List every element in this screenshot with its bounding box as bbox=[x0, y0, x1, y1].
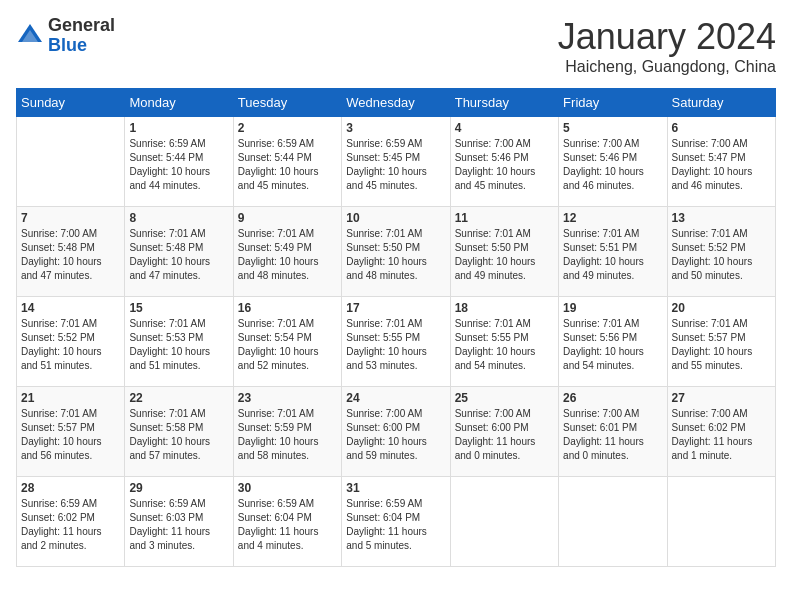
calendar-cell: 14Sunrise: 7:01 AM Sunset: 5:52 PM Dayli… bbox=[17, 297, 125, 387]
calendar-cell: 24Sunrise: 7:00 AM Sunset: 6:00 PM Dayli… bbox=[342, 387, 450, 477]
week-row-3: 21Sunrise: 7:01 AM Sunset: 5:57 PM Dayli… bbox=[17, 387, 776, 477]
calendar-body: 1Sunrise: 6:59 AM Sunset: 5:44 PM Daylig… bbox=[17, 117, 776, 567]
day-number: 22 bbox=[129, 391, 228, 405]
day-info: Sunrise: 7:00 AM Sunset: 6:00 PM Dayligh… bbox=[346, 407, 445, 463]
calendar-cell: 13Sunrise: 7:01 AM Sunset: 5:52 PM Dayli… bbox=[667, 207, 775, 297]
calendar-cell: 29Sunrise: 6:59 AM Sunset: 6:03 PM Dayli… bbox=[125, 477, 233, 567]
header-sunday: Sunday bbox=[17, 89, 125, 117]
day-info: Sunrise: 7:00 AM Sunset: 5:48 PM Dayligh… bbox=[21, 227, 120, 283]
day-number: 18 bbox=[455, 301, 554, 315]
day-info: Sunrise: 7:01 AM Sunset: 5:55 PM Dayligh… bbox=[455, 317, 554, 373]
calendar-cell: 10Sunrise: 7:01 AM Sunset: 5:50 PM Dayli… bbox=[342, 207, 450, 297]
logo-icon bbox=[16, 22, 44, 50]
week-row-4: 28Sunrise: 6:59 AM Sunset: 6:02 PM Dayli… bbox=[17, 477, 776, 567]
header-friday: Friday bbox=[559, 89, 667, 117]
calendar-cell: 30Sunrise: 6:59 AM Sunset: 6:04 PM Dayli… bbox=[233, 477, 341, 567]
day-info: Sunrise: 7:01 AM Sunset: 5:50 PM Dayligh… bbox=[346, 227, 445, 283]
day-info: Sunrise: 7:00 AM Sunset: 5:46 PM Dayligh… bbox=[563, 137, 662, 193]
day-number: 17 bbox=[346, 301, 445, 315]
day-info: Sunrise: 6:59 AM Sunset: 5:44 PM Dayligh… bbox=[238, 137, 337, 193]
week-row-1: 7Sunrise: 7:00 AM Sunset: 5:48 PM Daylig… bbox=[17, 207, 776, 297]
day-info: Sunrise: 7:01 AM Sunset: 5:51 PM Dayligh… bbox=[563, 227, 662, 283]
day-number: 24 bbox=[346, 391, 445, 405]
day-number: 26 bbox=[563, 391, 662, 405]
day-info: Sunrise: 7:00 AM Sunset: 6:01 PM Dayligh… bbox=[563, 407, 662, 463]
day-number: 14 bbox=[21, 301, 120, 315]
calendar-cell: 15Sunrise: 7:01 AM Sunset: 5:53 PM Dayli… bbox=[125, 297, 233, 387]
calendar-cell: 16Sunrise: 7:01 AM Sunset: 5:54 PM Dayli… bbox=[233, 297, 341, 387]
header-monday: Monday bbox=[125, 89, 233, 117]
day-number: 4 bbox=[455, 121, 554, 135]
calendar-header: SundayMondayTuesdayWednesdayThursdayFrid… bbox=[17, 89, 776, 117]
week-row-2: 14Sunrise: 7:01 AM Sunset: 5:52 PM Dayli… bbox=[17, 297, 776, 387]
day-info: Sunrise: 7:01 AM Sunset: 5:50 PM Dayligh… bbox=[455, 227, 554, 283]
calendar-cell: 6Sunrise: 7:00 AM Sunset: 5:47 PM Daylig… bbox=[667, 117, 775, 207]
calendar-cell bbox=[450, 477, 558, 567]
day-number: 5 bbox=[563, 121, 662, 135]
logo-text: General Blue bbox=[48, 16, 115, 56]
header-thursday: Thursday bbox=[450, 89, 558, 117]
day-info: Sunrise: 7:01 AM Sunset: 5:57 PM Dayligh… bbox=[21, 407, 120, 463]
day-number: 1 bbox=[129, 121, 228, 135]
day-number: 19 bbox=[563, 301, 662, 315]
day-number: 31 bbox=[346, 481, 445, 495]
logo-blue: Blue bbox=[48, 36, 115, 56]
week-row-0: 1Sunrise: 6:59 AM Sunset: 5:44 PM Daylig… bbox=[17, 117, 776, 207]
day-info: Sunrise: 7:00 AM Sunset: 5:47 PM Dayligh… bbox=[672, 137, 771, 193]
day-info: Sunrise: 7:00 AM Sunset: 6:02 PM Dayligh… bbox=[672, 407, 771, 463]
day-info: Sunrise: 7:01 AM Sunset: 5:48 PM Dayligh… bbox=[129, 227, 228, 283]
calendar-cell: 12Sunrise: 7:01 AM Sunset: 5:51 PM Dayli… bbox=[559, 207, 667, 297]
calendar-cell: 25Sunrise: 7:00 AM Sunset: 6:00 PM Dayli… bbox=[450, 387, 558, 477]
day-info: Sunrise: 7:00 AM Sunset: 6:00 PM Dayligh… bbox=[455, 407, 554, 463]
calendar-cell bbox=[559, 477, 667, 567]
calendar-cell: 2Sunrise: 6:59 AM Sunset: 5:44 PM Daylig… bbox=[233, 117, 341, 207]
logo: General Blue bbox=[16, 16, 115, 56]
calendar-cell: 31Sunrise: 6:59 AM Sunset: 6:04 PM Dayli… bbox=[342, 477, 450, 567]
header-saturday: Saturday bbox=[667, 89, 775, 117]
day-info: Sunrise: 6:59 AM Sunset: 6:04 PM Dayligh… bbox=[346, 497, 445, 553]
calendar-cell bbox=[17, 117, 125, 207]
day-info: Sunrise: 7:01 AM Sunset: 5:54 PM Dayligh… bbox=[238, 317, 337, 373]
location: Haicheng, Guangdong, China bbox=[558, 58, 776, 76]
day-info: Sunrise: 7:01 AM Sunset: 5:49 PM Dayligh… bbox=[238, 227, 337, 283]
day-number: 6 bbox=[672, 121, 771, 135]
day-info: Sunrise: 6:59 AM Sunset: 6:04 PM Dayligh… bbox=[238, 497, 337, 553]
day-number: 20 bbox=[672, 301, 771, 315]
day-info: Sunrise: 7:01 AM Sunset: 5:56 PM Dayligh… bbox=[563, 317, 662, 373]
calendar-cell: 18Sunrise: 7:01 AM Sunset: 5:55 PM Dayli… bbox=[450, 297, 558, 387]
day-number: 7 bbox=[21, 211, 120, 225]
calendar-cell: 8Sunrise: 7:01 AM Sunset: 5:48 PM Daylig… bbox=[125, 207, 233, 297]
day-info: Sunrise: 6:59 AM Sunset: 6:03 PM Dayligh… bbox=[129, 497, 228, 553]
header-row: SundayMondayTuesdayWednesdayThursdayFrid… bbox=[17, 89, 776, 117]
day-info: Sunrise: 7:01 AM Sunset: 5:59 PM Dayligh… bbox=[238, 407, 337, 463]
calendar-cell: 7Sunrise: 7:00 AM Sunset: 5:48 PM Daylig… bbox=[17, 207, 125, 297]
day-number: 30 bbox=[238, 481, 337, 495]
calendar-cell: 27Sunrise: 7:00 AM Sunset: 6:02 PM Dayli… bbox=[667, 387, 775, 477]
day-info: Sunrise: 6:59 AM Sunset: 5:45 PM Dayligh… bbox=[346, 137, 445, 193]
calendar-cell: 28Sunrise: 6:59 AM Sunset: 6:02 PM Dayli… bbox=[17, 477, 125, 567]
day-number: 3 bbox=[346, 121, 445, 135]
month-title: January 2024 bbox=[558, 16, 776, 58]
calendar-cell: 11Sunrise: 7:01 AM Sunset: 5:50 PM Dayli… bbox=[450, 207, 558, 297]
page-header: General Blue January 2024 Haicheng, Guan… bbox=[16, 16, 776, 76]
day-info: Sunrise: 6:59 AM Sunset: 6:02 PM Dayligh… bbox=[21, 497, 120, 553]
calendar-cell: 1Sunrise: 6:59 AM Sunset: 5:44 PM Daylig… bbox=[125, 117, 233, 207]
day-number: 12 bbox=[563, 211, 662, 225]
header-wednesday: Wednesday bbox=[342, 89, 450, 117]
logo-general: General bbox=[48, 16, 115, 36]
day-info: Sunrise: 7:01 AM Sunset: 5:52 PM Dayligh… bbox=[672, 227, 771, 283]
header-tuesday: Tuesday bbox=[233, 89, 341, 117]
day-info: Sunrise: 7:01 AM Sunset: 5:53 PM Dayligh… bbox=[129, 317, 228, 373]
day-number: 2 bbox=[238, 121, 337, 135]
calendar-cell: 9Sunrise: 7:01 AM Sunset: 5:49 PM Daylig… bbox=[233, 207, 341, 297]
day-info: Sunrise: 7:01 AM Sunset: 5:58 PM Dayligh… bbox=[129, 407, 228, 463]
day-number: 29 bbox=[129, 481, 228, 495]
calendar-cell: 19Sunrise: 7:01 AM Sunset: 5:56 PM Dayli… bbox=[559, 297, 667, 387]
day-number: 27 bbox=[672, 391, 771, 405]
day-number: 21 bbox=[21, 391, 120, 405]
calendar-cell: 22Sunrise: 7:01 AM Sunset: 5:58 PM Dayli… bbox=[125, 387, 233, 477]
calendar-cell: 21Sunrise: 7:01 AM Sunset: 5:57 PM Dayli… bbox=[17, 387, 125, 477]
calendar-cell: 20Sunrise: 7:01 AM Sunset: 5:57 PM Dayli… bbox=[667, 297, 775, 387]
day-number: 8 bbox=[129, 211, 228, 225]
calendar-table: SundayMondayTuesdayWednesdayThursdayFrid… bbox=[16, 88, 776, 567]
